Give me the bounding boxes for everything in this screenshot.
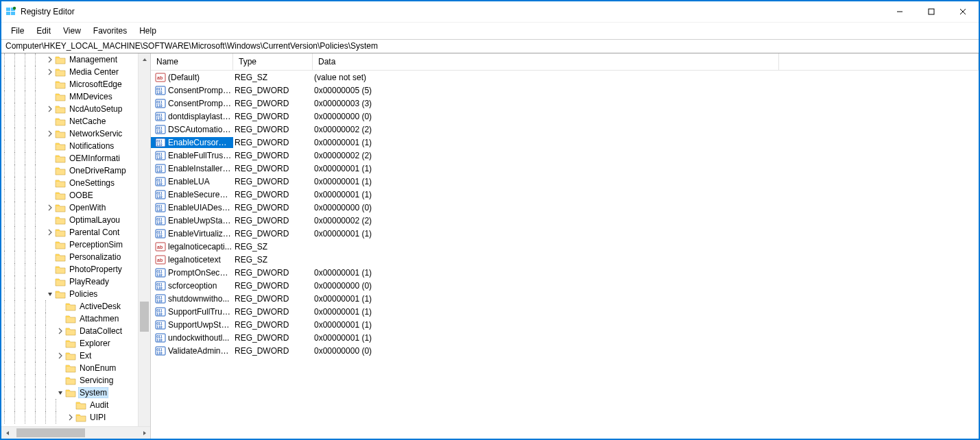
app-icon — [5, 6, 16, 17]
chevron-right-icon[interactable] — [56, 351, 65, 360]
tree-item[interactable]: Attachmen — [1, 313, 150, 325]
value-row[interactable]: scforceoptionREG_DWORD0x00000000 (0) — [151, 279, 979, 292]
scroll-right-button[interactable] — [139, 427, 150, 439]
value-row[interactable]: ValidateAdminC...REG_DWORD0x00000000 (0) — [151, 344, 979, 357]
value-row[interactable]: PromptOnSecur...REG_DWORD0x00000001 (1) — [151, 266, 979, 279]
tree-item[interactable]: Notifications — [1, 140, 150, 152]
chevron-right-icon[interactable] — [45, 67, 55, 77]
column-header-data[interactable]: Data — [313, 53, 779, 70]
tree-item[interactable]: MicrosoftEdge — [1, 78, 150, 90]
value-row[interactable]: EnableSecureUI...REG_DWORD0x00000001 (1) — [151, 188, 979, 201]
chevron-down-icon[interactable] — [45, 289, 55, 299]
tree-item[interactable]: NetCache — [1, 115, 150, 127]
value-row[interactable]: EnableUIADeskt...REG_DWORD0x00000000 (0) — [151, 201, 979, 214]
folder-icon — [55, 191, 66, 200]
chevron-right-icon[interactable] — [45, 129, 55, 138]
chevron-right-icon[interactable] — [45, 203, 55, 212]
tree-expander-empty — [45, 252, 55, 262]
value-row[interactable]: EnableVirtualizat...REG_DWORD0x00000001 … — [151, 227, 979, 240]
tree-item[interactable]: ActiveDesk — [1, 300, 150, 313]
menu-file[interactable]: File — [5, 25, 29, 37]
value-row[interactable]: EnableCursorSu...REG_DWORD0x00000001 (1) — [151, 136, 979, 149]
value-row[interactable]: EnableInstallerD...REG_DWORD0x00000001 (… — [151, 162, 979, 175]
value-row[interactable]: ConsentPrompt...REG_DWORD0x00000005 (5) — [151, 84, 979, 97]
value-data-cell: 0x00000000 (0) — [313, 346, 979, 356]
tree-item[interactable]: Ext — [1, 350, 150, 362]
tree-item[interactable]: NetworkServic — [1, 127, 150, 140]
tree-item[interactable]: OEMInformati — [1, 152, 150, 164]
value-row[interactable]: EnableLUAREG_DWORD0x00000001 (1) — [151, 175, 979, 188]
value-row[interactable]: EnableFullTrustS...REG_DWORD0x00000002 (… — [151, 149, 979, 162]
scroll-up-button[interactable] — [139, 53, 150, 65]
titlebar[interactable]: Registry Editor — [1, 1, 979, 22]
value-row[interactable]: ConsentPrompt...REG_DWORD0x00000003 (3) — [151, 97, 979, 110]
tree-item[interactable]: Servicing — [1, 374, 150, 387]
folder-icon — [55, 228, 66, 237]
value-name-cell: (Default) — [151, 72, 233, 83]
chevron-right-icon[interactable] — [45, 104, 55, 114]
tree-item[interactable]: OpenWith — [1, 201, 150, 214]
tree-item[interactable]: Policies — [1, 288, 150, 300]
tree-item[interactable]: OneDriveRamp — [1, 164, 150, 177]
tree-item[interactable]: UIPI — [1, 411, 150, 424]
tree-item[interactable]: MMDevices — [1, 90, 150, 103]
value-row[interactable]: (Default)REG_SZ(value not set) — [151, 71, 979, 84]
column-header-name[interactable]: Name — [151, 53, 233, 70]
tree-item[interactable]: OOBE — [1, 189, 150, 201]
tree-vertical-scrollbar[interactable] — [138, 53, 150, 426]
tree-item-label: System — [78, 387, 108, 398]
tree-item-label: Media Center — [68, 67, 120, 77]
value-type-cell: REG_DWORD — [233, 320, 313, 330]
column-header-type[interactable]: Type — [233, 53, 313, 70]
tree-item[interactable]: Management — [1, 53, 150, 66]
value-row[interactable]: EnableUwpStart...REG_DWORD0x00000002 (2) — [151, 214, 979, 227]
value-list-pane: Name Type Data (Default)REG_SZ(value not… — [151, 53, 979, 439]
chevron-right-icon[interactable] — [45, 228, 55, 237]
minimize-button[interactable] — [884, 1, 916, 22]
chevron-right-icon[interactable] — [66, 413, 75, 422]
tree-item[interactable]: NcdAutoSetup — [1, 103, 150, 115]
value-row[interactable]: SupportUwpStar...REG_DWORD0x00000001 (1) — [151, 318, 979, 331]
tree-vertical-scroll-thumb[interactable] — [140, 302, 149, 332]
value-row[interactable]: DSCAutomation...REG_DWORD0x00000002 (2) — [151, 123, 979, 136]
tree-item[interactable]: OptimalLayou — [1, 214, 150, 226]
address-bar[interactable]: Computer\HKEY_LOCAL_MACHINE\SOFTWARE\Mic… — [1, 39, 979, 53]
scroll-left-button[interactable] — [1, 427, 13, 439]
tree-item[interactable]: Explorer — [1, 337, 150, 350]
tree-horizontal-scrollbar[interactable] — [1, 426, 150, 439]
value-type-cell: REG_DWORD — [233, 281, 313, 291]
tree-item[interactable]: Personalizatio — [1, 251, 150, 263]
tree-expander-empty — [45, 154, 55, 163]
chevron-down-icon[interactable] — [56, 388, 65, 398]
value-row[interactable]: legalnoticetextREG_SZ — [151, 253, 979, 266]
value-row[interactable]: dontdisplaylastu...REG_DWORD0x00000000 (… — [151, 110, 979, 123]
tree-item[interactable]: OneSettings — [1, 177, 150, 189]
menu-view[interactable]: View — [58, 25, 86, 37]
tree-item-label: OpenWith — [68, 203, 107, 212]
menu-edit[interactable]: Edit — [31, 25, 56, 37]
tree-horizontal-scroll-thumb[interactable] — [16, 428, 85, 437]
menu-help[interactable]: Help — [134, 25, 162, 37]
tree-item[interactable]: Parental Cont — [1, 226, 150, 239]
tree-item[interactable]: PlayReady — [1, 276, 150, 288]
chevron-right-icon[interactable] — [45, 55, 55, 64]
value-data-cell: 0x00000001 (1) — [313, 229, 979, 239]
value-row[interactable]: SupportFullTrust...REG_DWORD0x00000001 (… — [151, 305, 979, 318]
menu-favorites[interactable]: Favorites — [88, 25, 132, 37]
maximize-button[interactable] — [916, 1, 947, 22]
tree-item[interactable]: PerceptionSim — [1, 239, 150, 251]
tree-item[interactable]: PhotoProperty — [1, 263, 150, 276]
chevron-right-icon[interactable] — [56, 326, 65, 336]
column-header-spacer[interactable] — [779, 53, 979, 70]
value-row[interactable]: undockwithoutl...REG_DWORD0x00000001 (1) — [151, 331, 979, 344]
value-row[interactable]: legalnoticecapti...REG_SZ — [151, 240, 979, 253]
tree-item[interactable]: DataCollect — [1, 325, 150, 337]
value-name-cell: SupportUwpStar... — [151, 319, 233, 330]
close-button[interactable] — [947, 1, 979, 22]
tree-item[interactable]: Audit — [1, 399, 150, 411]
tree-item[interactable]: NonEnum — [1, 362, 150, 374]
tree-item[interactable]: System — [1, 387, 150, 399]
value-row[interactable]: shutdownwitho...REG_DWORD0x00000001 (1) — [151, 292, 979, 305]
tree-item[interactable]: Media Center — [1, 66, 150, 78]
reg-sz-icon — [155, 254, 166, 265]
